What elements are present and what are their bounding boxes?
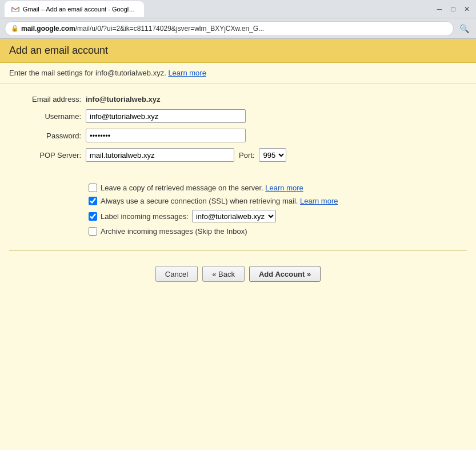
checkbox-row-ssl: Always use a secure connection (SSL) whe… [89,197,453,205]
username-label: Username: [23,112,86,121]
port-label: Port: [239,151,254,160]
ssl-label: Always use a secure connection (SSL) whe… [101,197,338,205]
checkbox-row-archive: Archive incoming messages (Skip the Inbo… [89,227,453,236]
email-row: Email address: info@tutorialweb.xyz [23,95,453,103]
email-value: info@tutorialweb.xyz [86,95,160,103]
copy-server-label: Leave a copy of retrieved message on the… [101,184,303,192]
buttons-row: Cancel « Back Add Account » [0,257,476,291]
email-label: Email address: [23,95,86,103]
port-select[interactable]: 995 110 [259,148,286,162]
ssl-checkbox[interactable] [89,197,97,205]
archive-incoming-label: Archive incoming messages (Skip the Inbo… [101,227,247,236]
titlebar: Gmail – Add an email account - Google ..… [0,0,476,18]
page-content: Add an email account Enter the mail sett… [0,39,476,450]
archive-incoming-checkbox[interactable] [89,227,97,236]
checkbox-row-copy: Leave a copy of retrieved message on the… [89,184,453,192]
addressbar: 🔒 mail.google.com/mail/u/0/?ui=2&ik=c811… [0,18,476,39]
pop-server-row: POP Server: Port: 995 110 [23,148,453,162]
titlebar-left: Gmail – Add an email account - Google ..… [5,1,144,17]
gmail-favicon [11,5,19,13]
subheader-learn-more-link[interactable]: Learn more [168,69,206,77]
subheader-text: Enter the mail settings for info@tutoria… [9,69,166,77]
search-icon[interactable]: 🔍 [457,23,471,34]
copy-server-checkbox[interactable] [89,184,97,192]
maximize-button[interactable]: □ [449,5,458,14]
tab-title: Gmail – Add an email account - Google ..… [23,6,137,13]
address-input[interactable]: 🔒 mail.google.com/mail/u/0/?ui=2&ik=c811… [5,21,454,36]
label-incoming-label: Label incoming messages: [101,212,189,221]
chrome-tab[interactable]: Gmail – Add an email account - Google ..… [5,1,144,17]
back-button[interactable]: « Back [202,266,245,282]
form-divider [9,250,467,251]
address-url: mail.google.com/mail/u/0/?ui=2&ik=c81117… [21,25,264,33]
username-row: Username: [23,109,453,123]
url-domain: mail.google.com [21,25,75,33]
sub-header: Enter the mail settings for info@tutoria… [0,63,476,83]
lock-icon: 🔒 [11,25,19,32]
cancel-button[interactable]: Cancel [155,266,198,282]
add-account-button[interactable]: Add Account » [249,266,321,282]
password-row: Password: [23,129,453,142]
copy-server-learn-more[interactable]: Learn more [265,184,303,192]
ssl-learn-more[interactable]: Learn more [300,197,338,205]
pop-server-port-group: Port: 995 110 [86,148,286,162]
url-path: /mail/u/0/?ui=2&ik=c811174029&jsver=wlm_… [75,25,265,33]
page-header: Add an email account [0,39,476,63]
checkbox-row-label: Label incoming messages: info@tutorialwe… [89,210,453,222]
titlebar-controls: ─ □ ✕ [435,5,471,14]
password-input[interactable] [86,129,246,142]
pop-server-input[interactable] [86,148,234,162]
username-input[interactable] [86,109,246,123]
close-button[interactable]: ✕ [462,5,471,14]
minimize-button[interactable]: ─ [435,5,444,14]
form-area: Email address: info@tutorialweb.xyz User… [0,83,476,179]
label-incoming-select[interactable]: info@tutorialweb.xyz [192,210,276,222]
password-label: Password: [23,132,86,140]
page-title: Add an email account [9,45,467,57]
checkbox-section: Leave a copy of retrieved message on the… [0,179,476,245]
label-incoming-checkbox[interactable] [89,212,97,221]
pop-server-label: POP Server: [23,151,86,160]
